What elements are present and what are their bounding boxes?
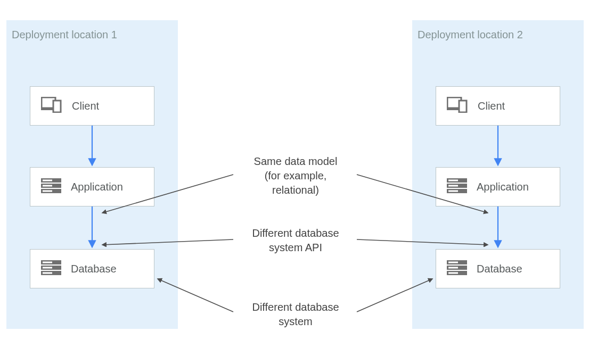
svg-rect-8 (43, 191, 52, 192)
database-node-right: Database (436, 249, 560, 288)
svg-rect-6 (43, 180, 52, 181)
devices-icon (447, 97, 468, 115)
svg-rect-17 (459, 101, 467, 112)
svg-rect-21 (448, 180, 458, 181)
annotation-api: Different databasesystem API (234, 226, 357, 255)
svg-rect-14 (43, 272, 52, 274)
svg-rect-27 (448, 262, 458, 263)
devices-icon (41, 97, 62, 115)
deployment-panel-1-title: Deployment location 1 (12, 29, 117, 41)
annotation-data-model: Same data model(for example,relational) (234, 154, 357, 197)
deployment-panel-2-title: Deployment location 2 (418, 29, 523, 41)
client-node-right: Client (436, 86, 560, 126)
client-label-right: Client (478, 100, 505, 112)
svg-rect-23 (448, 191, 458, 192)
application-node-left: Application (30, 167, 154, 206)
svg-rect-28 (448, 267, 458, 269)
server-icon (41, 178, 61, 195)
application-label-left: Application (71, 181, 123, 193)
database-label-right: Database (477, 263, 522, 275)
database-node-left: Database (30, 249, 154, 288)
svg-rect-7 (43, 185, 52, 187)
application-node-right: Application (436, 167, 560, 206)
application-label-right: Application (477, 181, 529, 193)
annotation-system: Different databasesystem (234, 300, 357, 329)
database-label-left: Database (71, 263, 117, 275)
svg-rect-29 (448, 272, 458, 274)
server-icon (447, 178, 467, 195)
svg-rect-12 (43, 262, 52, 263)
svg-rect-22 (448, 185, 458, 187)
server-icon (447, 260, 467, 277)
svg-rect-13 (43, 267, 52, 269)
client-label-left: Client (72, 100, 99, 112)
client-node-left: Client (30, 86, 154, 126)
svg-rect-2 (53, 101, 61, 112)
server-icon (41, 260, 61, 277)
